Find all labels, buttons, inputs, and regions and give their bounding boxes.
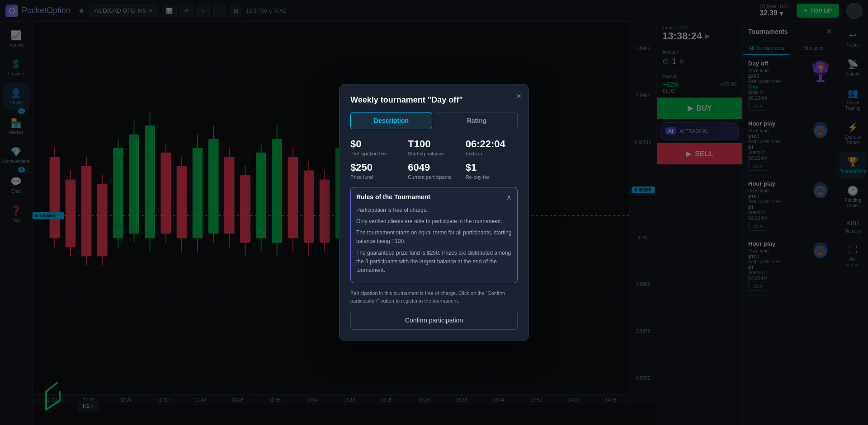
stat-prize-fund: $250 Prize fund <box>350 162 402 180</box>
stat-participation-fee: $0 Participation fee <box>350 138 402 156</box>
modal-tab-rating[interactable]: Rating <box>436 112 518 129</box>
rules-text-1: Participation is free of charge. <box>356 206 512 215</box>
stat-val-fee: $0 <box>350 138 402 150</box>
stat-label-prize: Prize fund <box>350 174 402 180</box>
stat-val-balance: T100 <box>408 138 460 150</box>
stat-participants: 6049 Current participants <box>408 162 460 180</box>
modal-tab-description[interactable]: Description <box>350 112 432 129</box>
modal-close-button[interactable]: × <box>516 92 521 101</box>
rules-section: Rules of the Tournament ∧ Participation … <box>350 187 518 283</box>
rules-text-2: Only verified clients are able to partic… <box>356 217 512 226</box>
stat-label-participants: Current participants <box>408 174 460 180</box>
stat-label-balance: Starting balance <box>408 151 460 156</box>
rules-text-3: The tournament starts on equal terms for… <box>356 229 512 246</box>
rules-collapse-icon[interactable]: ∧ <box>506 193 512 201</box>
stat-val-prize: $250 <box>350 162 402 173</box>
stat-val-rebuy: $1 <box>466 162 518 173</box>
tournament-modal: Weekly tournament "Day off" × Descriptio… <box>339 84 529 341</box>
stat-starting-balance: T100 Starting balance <box>408 138 460 156</box>
rules-title: Rules of the Tournament <box>356 193 430 201</box>
modal-title: Weekly tournament "Day off" <box>350 95 518 105</box>
rules-header: Rules of the Tournament ∧ <box>356 193 512 201</box>
participation-note: Participation in this tournament is free… <box>350 290 518 304</box>
stat-val-ends: 06:22:04 <box>466 138 518 150</box>
stat-label-rebuy: Re-buy fee <box>466 174 518 180</box>
stat-label-ends: Ends in <box>466 151 518 156</box>
stat-label-fee: Participation fee <box>350 151 402 156</box>
modal-overlay[interactable]: Weekly tournament "Day off" × Descriptio… <box>0 0 868 425</box>
rules-text-4: The guaranteed prize fund is $250. Prize… <box>356 249 512 275</box>
stat-ends-in: 06:22:04 Ends in <box>466 138 518 156</box>
stat-val-participants: 6049 <box>408 162 460 173</box>
confirm-participation-button[interactable]: Confirm participation <box>350 311 518 330</box>
modal-stats-grid: $0 Participation fee T100 Starting balan… <box>350 138 518 180</box>
stat-rebuy-fee: $1 Re-buy fee <box>466 162 518 180</box>
modal-tabs: Description Rating <box>350 112 518 129</box>
